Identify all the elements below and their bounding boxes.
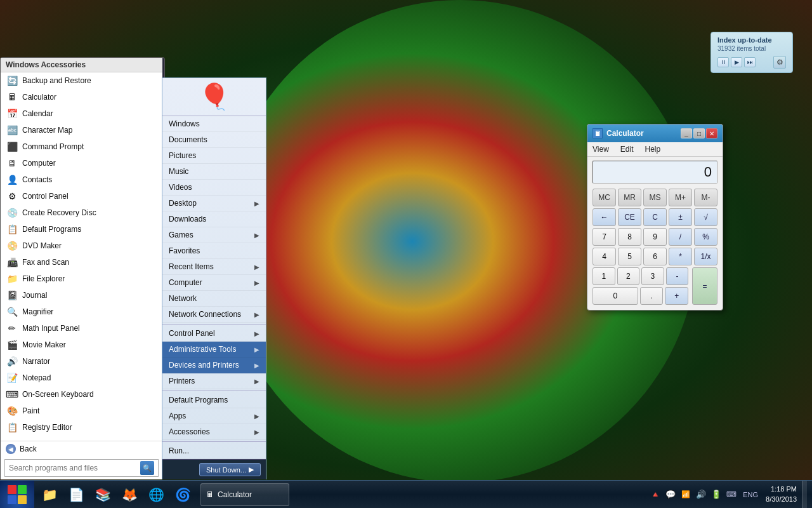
search-input[interactable] (9, 464, 140, 472)
tray-action-center-icon[interactable]: 💬 (664, 488, 677, 501)
calc-0-btn[interactable]: 0 (593, 287, 638, 305)
taskbar-firefox-icon[interactable]: 🦊 (117, 482, 142, 507)
prog-pictures[interactable]: Pictures (162, 148, 266, 164)
prog-admintools[interactable]: Administrative Tools ▶ (162, 342, 266, 358)
calc-menu-help[interactable]: Help (642, 144, 663, 155)
taskbar-network-icon[interactable]: 🌐 (143, 482, 169, 507)
calc-sqrt-btn[interactable]: √ (694, 208, 717, 226)
start-button[interactable] (0, 481, 34, 509)
menu-item-math[interactable]: ✏ Math Input Panel (1, 320, 162, 337)
back-button[interactable]: ◀ Back (1, 441, 162, 457)
taskbar-fileexplorer-icon[interactable]: 📁 (37, 482, 62, 507)
calc-1-btn[interactable]: 1 (593, 267, 615, 285)
calc-back-btn[interactable]: ← (593, 208, 616, 226)
prog-recentitems[interactable]: Recent Items ▶ (162, 259, 266, 275)
taskbar-books-icon[interactable]: 📚 (90, 482, 115, 507)
prog-controlpanel[interactable]: Control Panel ▶ (162, 326, 266, 342)
menu-item-cmd[interactable]: ⬛ Command Prompt (1, 138, 162, 155)
prog-music[interactable]: Music (162, 164, 266, 180)
calc-recip-btn[interactable]: 1/x (694, 248, 717, 265)
calc-7-btn[interactable]: 7 (593, 228, 616, 246)
calc-minimize-btn[interactable]: _ (681, 128, 692, 138)
calc-plusminus-btn[interactable]: ± (669, 208, 692, 226)
index-pause-btn[interactable]: ⏸ (717, 57, 729, 67)
menu-item-contacts[interactable]: 👤 Contacts (1, 171, 162, 188)
shutdown-button[interactable]: Shut Down... ▶ (199, 463, 261, 476)
prog-windows[interactable]: Windows (162, 116, 266, 132)
tray-keyboard-icon[interactable]: ⌨ (725, 488, 738, 501)
tray-volume-icon[interactable]: 🔊 (695, 488, 707, 501)
taskbar-app-calculator[interactable]: 🖩 Calculator (200, 483, 289, 506)
calc-menu-edit[interactable]: Edit (618, 144, 636, 155)
calc-menu-view[interactable]: View (590, 144, 612, 155)
calc-mc-btn[interactable]: MC (593, 189, 616, 206)
menu-item-remoteassist[interactable]: 🖥 Remote Assistance (1, 436, 162, 441)
prog-downloads[interactable]: Downloads (162, 211, 266, 227)
index-play-btn[interactable]: ▶ (731, 57, 742, 67)
taskbar-pdf-icon[interactable]: 📄 (63, 482, 89, 507)
menu-item-computer[interactable]: 🖥 Computer (1, 155, 162, 171)
show-desktop-button[interactable] (802, 481, 807, 509)
calc-div-btn[interactable]: / (669, 228, 692, 246)
system-clock[interactable]: 1:18 PM 8/30/2013 (763, 485, 799, 504)
prog-apps[interactable]: Apps ▶ (162, 408, 266, 424)
tray-network-icon[interactable]: 📶 (679, 488, 692, 501)
calc-mul-btn[interactable]: * (669, 248, 692, 265)
calc-c-btn[interactable]: C (643, 208, 667, 226)
menu-item-calendar[interactable]: 📅 Calendar (1, 105, 162, 122)
menu-item-notepad[interactable]: 📝 Notepad (1, 370, 162, 386)
calc-ms-btn[interactable]: MS (643, 189, 667, 206)
calc-close-btn[interactable]: ✕ (706, 128, 717, 138)
calc-mr-btn[interactable]: MR (618, 189, 641, 206)
prog-printers[interactable]: Printers ▶ (162, 373, 266, 389)
menu-item-defaults[interactable]: 📋 Default Programs (1, 221, 162, 237)
prog-run[interactable]: Run... (162, 443, 266, 459)
menu-item-recovery[interactable]: 💿 Create Recovery Disc (1, 204, 162, 221)
calc-add-btn[interactable]: + (665, 287, 688, 305)
prog-computer[interactable]: Computer ▶ (162, 275, 266, 291)
calc-2-btn[interactable]: 2 (617, 267, 640, 285)
prog-games[interactable]: Games ▶ (162, 227, 266, 243)
menu-item-dvdmaker[interactable]: 📀 DVD Maker (1, 237, 162, 254)
menu-item-osk[interactable]: ⌨ On-Screen Keyboard (1, 386, 162, 403)
tray-lang-indicator[interactable]: ENG (740, 491, 761, 498)
prog-videos[interactable]: Videos (162, 180, 266, 196)
calc-maximize-btn[interactable]: □ (693, 128, 705, 138)
prog-network[interactable]: Network (162, 291, 266, 307)
calc-6-btn[interactable]: 6 (643, 248, 667, 265)
calc-pct-btn[interactable]: % (694, 228, 717, 246)
menu-item-narrator[interactable]: 🔊 Narrator (1, 353, 162, 370)
calc-mminus-btn[interactable]: M- (694, 189, 717, 206)
calc-mplus-btn[interactable]: M+ (669, 189, 692, 206)
prog-networkconnections[interactable]: Network Connections ▶ (162, 307, 266, 323)
index-ff-btn[interactable]: ⏭ (744, 57, 756, 67)
index-settings-btn[interactable]: ⚙ (773, 56, 786, 69)
menu-item-calculator[interactable]: 🖩 Calculator (1, 89, 162, 105)
calc-4-btn[interactable]: 4 (593, 248, 616, 265)
calc-sub-btn[interactable]: - (666, 267, 689, 285)
prog-defaultprograms[interactable]: Default Programs (162, 392, 266, 408)
prog-devices[interactable]: Devices and Printers ▶ (162, 358, 266, 373)
calc-5-btn[interactable]: 5 (618, 248, 641, 265)
prog-desktop[interactable]: Desktop ▶ (162, 196, 266, 211)
menu-item-charmap[interactable]: 🔤 Character Map (1, 122, 162, 138)
menu-item-regedit[interactable]: 📋 Registry Editor (1, 419, 162, 436)
calc-ce-btn[interactable]: CE (618, 208, 641, 226)
tray-notification-icon[interactable]: 🔺 (649, 488, 662, 501)
menu-item-fileexplorer[interactable]: 📁 File Explorer (1, 271, 162, 287)
prog-accessories[interactable]: Accessories ▶ (162, 424, 266, 440)
calc-8-btn[interactable]: 8 (618, 228, 641, 246)
calc-9-btn[interactable]: 9 (643, 228, 667, 246)
calc-3-btn[interactable]: 3 (641, 267, 664, 285)
tray-battery-icon[interactable]: 🔋 (710, 488, 723, 501)
menu-item-fax[interactable]: 📠 Fax and Scan (1, 254, 162, 271)
search-submit-btn[interactable]: 🔍 (140, 461, 154, 475)
menu-item-journal[interactable]: 📓 Journal (1, 287, 162, 304)
menu-item-controlpanel[interactable]: ⚙ Control Panel (1, 188, 162, 204)
menu-item-paint[interactable]: 🎨 Paint (1, 403, 162, 419)
menu-item-moviemaker[interactable]: 🎬 Movie Maker (1, 337, 162, 353)
menu-item-magnifier[interactable]: 🔍 Magnifier (1, 304, 162, 320)
taskbar-ie-icon[interactable]: 🌀 (170, 482, 195, 507)
menu-item-backup[interactable]: 🔄 Backup and Restore (1, 72, 162, 89)
calc-dot-btn[interactable]: . (640, 287, 664, 305)
